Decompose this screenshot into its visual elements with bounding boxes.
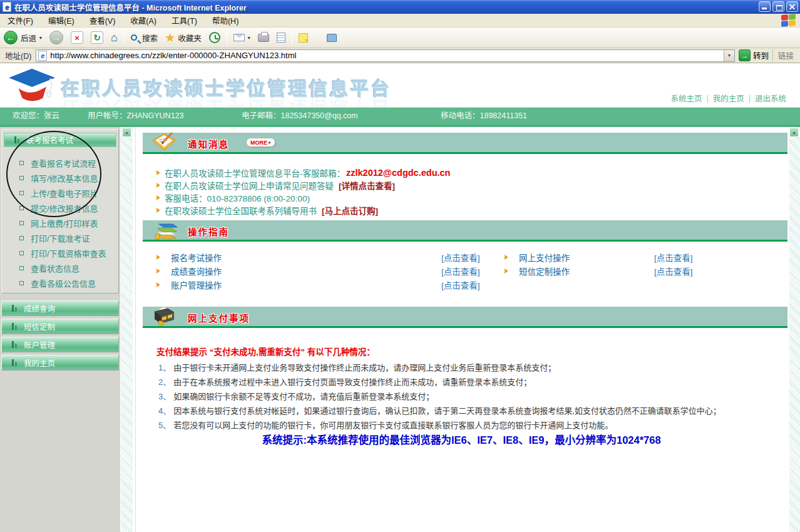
arrow-bullet-icon xyxy=(156,255,160,260)
menu-favorites[interactable]: 收藏(A) xyxy=(123,13,164,28)
sidebar-item-fill-basic-info[interactable]: 填写/修改基本信息 xyxy=(2,170,118,185)
edit-button[interactable] xyxy=(273,28,289,47)
guide-sms-label[interactable]: 短信定制操作 xyxy=(519,265,570,277)
order-book-link[interactable]: [马上点击订购] xyxy=(322,204,378,217)
sidebar-item-online-payment[interactable]: 网上缴费/打印样表 xyxy=(2,215,118,230)
sidebar-scroll-strip[interactable] xyxy=(121,127,133,532)
guide-right-column: 网上支付操作 [点击查看] 短信定制操作 [点击查看] xyxy=(505,250,780,278)
guide-exam-view-link[interactable]: [点击查看] xyxy=(441,251,480,263)
address-dropdown-button[interactable]: ▾ xyxy=(724,50,734,61)
browser-toolbar: ← 后退 ▾ → × ↻ ⌂ 搜索 ★ 收藏夹 ▾ xyxy=(0,28,800,48)
sidebar-menu-group: 联考报名考试 查看报名考试流程 填写/修改基本信息 上传/查看电子照片 提交/修… xyxy=(1,129,119,294)
guide-payment-label[interactable]: 网上支付操作 xyxy=(519,251,570,263)
notice-list: 在职人员攻读硕士学位管理信息平台-客服邮箱： zzlk2012@cdgdc.ed… xyxy=(156,166,779,217)
sidebar-item-submit-info[interactable]: 提交/修改报考信息 xyxy=(2,200,118,215)
back-button[interactable]: ← 后退 ▾ xyxy=(0,28,46,47)
sidebar-item-view-announcements[interactable]: 查看各级公告信息 xyxy=(2,275,118,290)
sidebar-item-print-admission[interactable]: 打印/下载准考证 xyxy=(2,230,118,245)
guide-item: 网上支付操作 [点击查看] xyxy=(505,250,780,264)
home-icon: ⌂ xyxy=(111,31,118,44)
mail-button[interactable]: ▾ xyxy=(230,28,254,47)
history-clock-icon xyxy=(209,32,220,43)
arrow-bullet-icon xyxy=(156,269,160,274)
menu-help[interactable]: 帮助(H) xyxy=(205,13,246,28)
search-label: 搜索 xyxy=(142,32,158,44)
nav-my-home[interactable]: 我的主页 xyxy=(713,92,744,104)
address-label: 地址(D) xyxy=(5,49,31,61)
go-arrow-icon: → xyxy=(739,49,751,61)
guide-sms-view-link[interactable]: [点击查看] xyxy=(654,265,693,277)
payment-underline xyxy=(143,326,787,328)
sidebar-scroll-up-button[interactable]: ▲ xyxy=(122,128,131,137)
notice-item: 在职人员攻读硕士学位网上申请常见问题答疑 [详情点击查看] xyxy=(156,179,779,192)
sidebar-item-view-status[interactable]: 查看状态信息 xyxy=(2,260,118,275)
guide-score-label[interactable]: 成绩查询操作 xyxy=(171,265,222,277)
content-scroll-strip[interactable] xyxy=(789,127,800,532)
content-left-border xyxy=(135,127,136,532)
guide-item: 账户管理操作 [点击查看] xyxy=(156,278,495,292)
back-icon: ← xyxy=(4,31,18,44)
site-header: 在职人员攻读硕士学位管理信息平台 在职人员攻读硕士学位管理信息平台 系统主页 |… xyxy=(0,63,800,108)
guide-left-column: 报名考试操作 [点击查看] 成绩查询操作 [点击查看] 账户管理操作 [点击查看… xyxy=(156,250,495,292)
menu-file[interactable]: 文件(F) xyxy=(0,13,41,28)
address-input[interactable] xyxy=(50,51,724,60)
square-bullet-icon xyxy=(19,221,24,225)
print-button[interactable] xyxy=(254,28,273,47)
menu-view[interactable]: 查看(V) xyxy=(82,13,123,28)
menu-bars-icon xyxy=(12,359,18,366)
toolbar-separator xyxy=(292,30,292,45)
minimize-button[interactable] xyxy=(759,1,771,12)
address-bar: 地址(D) e ▾ → 转到 链接 xyxy=(0,48,800,63)
refresh-button[interactable]: ↻ xyxy=(87,28,107,47)
history-button[interactable] xyxy=(205,28,224,47)
sidebar-section-myhome[interactable]: 我的主页 xyxy=(1,355,119,371)
notice-item: 在职攻读硕士学位全国联考系列辅导用书 [马上点击订购] xyxy=(156,204,779,217)
sidebar-item-view-process[interactable]: 查看报名考试流程 xyxy=(2,155,118,170)
sidebar-item-upload-photo[interactable]: 上传/查看电子照片 xyxy=(2,185,118,200)
mail-dropdown-icon[interactable]: ▾ xyxy=(248,35,250,41)
guide-account-label[interactable]: 账户管理操作 xyxy=(171,279,222,291)
guide-exam-label[interactable]: 报名考试操作 xyxy=(171,251,222,263)
messenger-button[interactable] xyxy=(295,28,312,47)
menu-tools[interactable]: 工具(T) xyxy=(164,13,205,28)
notice-item: 在职人员攻读硕士学位管理信息平台-客服邮箱： zzlk2012@cdgdc.ed… xyxy=(156,166,779,179)
content-scroll-up-button[interactable]: ▲ xyxy=(789,128,799,137)
favorites-label: 收藏夹 xyxy=(178,32,202,44)
back-dropdown-icon[interactable]: ▾ xyxy=(39,35,42,41)
nav-system-home[interactable]: 系统主页 xyxy=(670,92,702,104)
discuss-icon xyxy=(327,34,337,42)
nav-separator: | xyxy=(706,94,708,103)
menu-edit[interactable]: 编辑(E) xyxy=(41,13,82,28)
arrow-bullet-icon xyxy=(156,208,160,213)
search-button[interactable]: 搜索 xyxy=(127,28,162,47)
guide-item: 成绩查询操作 [点击查看] xyxy=(156,264,495,278)
home-button[interactable]: ⌂ xyxy=(107,28,121,47)
refresh-icon: ↻ xyxy=(91,31,103,44)
mobile-text: 移动电话：18982411351 xyxy=(441,108,527,125)
forward-button[interactable]: → xyxy=(46,28,67,47)
faq-detail-link[interactable]: [详情点击查看] xyxy=(339,179,395,192)
favorites-button[interactable]: ★ 收藏夹 xyxy=(162,28,205,47)
header-nav: 系统主页 | 我的主页 | 退出系统 xyxy=(670,92,786,104)
arrow-bullet-icon xyxy=(156,170,160,175)
sidebar-item-print-qualification[interactable]: 打印/下载资格审查表 xyxy=(2,245,118,260)
sidebar-section-sms[interactable]: 短信定制 xyxy=(1,319,119,334)
page-icon: e xyxy=(38,51,47,61)
go-button[interactable]: → 转到 xyxy=(739,49,769,61)
more-button[interactable]: MORE ▸ xyxy=(246,138,275,147)
service-email-link[interactable]: zzlk2012@cdgdc.edu.cn xyxy=(346,168,450,178)
guide-section-title: 操作指南 xyxy=(188,225,229,238)
sidebar-menu-header[interactable]: 联考报名考试 xyxy=(4,133,116,147)
guide-payment-view-link[interactable]: [点击查看] xyxy=(654,251,693,263)
back-label: 后退 xyxy=(21,32,36,44)
stop-button[interactable]: × xyxy=(67,28,87,47)
nav-logout[interactable]: 退出系统 xyxy=(755,92,786,104)
guide-account-view-link[interactable]: [点击查看] xyxy=(441,279,480,291)
guide-score-view-link[interactable]: [点击查看] xyxy=(441,265,480,277)
sidebar-section-account[interactable]: 账户管理 xyxy=(1,337,119,352)
sidebar-section-scores[interactable]: 成绩查询 xyxy=(1,300,119,316)
close-button[interactable] xyxy=(786,1,798,12)
links-menu[interactable]: 链接 xyxy=(772,49,800,62)
restore-button[interactable] xyxy=(772,1,784,12)
discuss-button[interactable] xyxy=(323,28,341,47)
